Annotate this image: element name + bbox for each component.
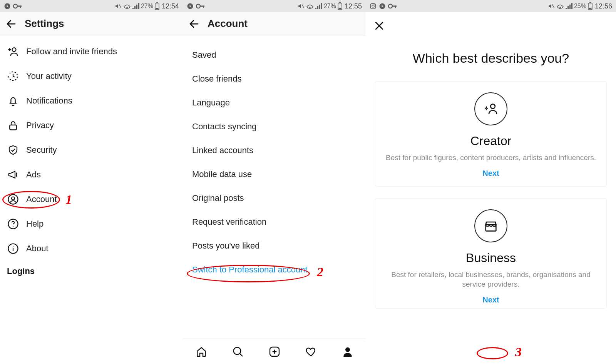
status-bar: 27% 12:55 xyxy=(183,0,366,12)
account-item-contacts-syncing[interactable]: Contacts syncing xyxy=(183,115,366,139)
item-label: Saved xyxy=(192,50,216,60)
instagram-icon xyxy=(370,3,377,10)
item-label: Switch to Professional account xyxy=(192,265,308,275)
account-item-language[interactable]: Language xyxy=(183,91,366,115)
play-circle-icon xyxy=(379,3,386,10)
battery-percent: 27% xyxy=(141,3,153,10)
battery-icon xyxy=(155,2,159,10)
svg-rect-9 xyxy=(138,3,139,9)
mute-icon xyxy=(298,3,305,10)
app-bar: Settings xyxy=(0,12,183,35)
svg-rect-29 xyxy=(319,5,320,9)
settings-item-your-activity[interactable]: Your activity xyxy=(0,64,183,88)
bell-icon xyxy=(7,95,19,107)
battery-icon xyxy=(588,2,593,10)
settings-list: Follow and invite friends Your activity … xyxy=(0,35,183,276)
battery-percent: 27% xyxy=(324,3,336,10)
item-label: Close friends xyxy=(192,74,241,84)
account-switch-professional[interactable]: Switch to Professional account xyxy=(183,258,366,282)
creator-icon xyxy=(474,92,507,125)
business-next-button[interactable]: Next xyxy=(383,296,599,304)
item-label: Account xyxy=(26,194,57,204)
svg-point-5 xyxy=(126,7,127,8)
wifi-icon xyxy=(123,3,131,9)
settings-item-privacy[interactable]: Privacy xyxy=(0,113,183,138)
svg-point-36 xyxy=(345,347,350,352)
settings-item-about[interactable]: About xyxy=(0,236,183,261)
settings-item-security[interactable]: Security xyxy=(0,138,183,162)
creator-title: Creator xyxy=(383,134,599,148)
mute-icon xyxy=(115,3,122,10)
account-item-original-posts[interactable]: Original posts xyxy=(183,186,366,210)
svg-point-20 xyxy=(13,246,13,247)
settings-item-follow-invite[interactable]: Follow and invite friends xyxy=(0,39,183,64)
creator-card[interactable]: Creator Best for public figures, content… xyxy=(375,81,607,187)
item-label: Contacts syncing xyxy=(192,122,257,132)
user-circle-icon xyxy=(7,194,19,205)
item-label: Original posts xyxy=(192,193,244,203)
settings-item-account[interactable]: Account xyxy=(0,187,183,212)
settings-item-help[interactable]: Help xyxy=(0,212,183,236)
svg-rect-33 xyxy=(338,8,341,9)
key-icon xyxy=(13,3,22,9)
svg-rect-24 xyxy=(203,6,204,8)
svg-rect-32 xyxy=(339,2,341,3)
megaphone-icon xyxy=(7,169,19,180)
svg-rect-3 xyxy=(20,6,21,8)
svg-rect-28 xyxy=(317,6,318,9)
status-bar: 27% 12:54 xyxy=(0,0,183,12)
nav-search-icon[interactable] xyxy=(232,346,244,358)
signal-icon xyxy=(315,3,322,9)
business-title: Business xyxy=(383,251,599,265)
clock-time: 12:55 xyxy=(345,2,362,10)
account-item-linked-accounts[interactable]: Linked accounts xyxy=(183,139,366,162)
nav-profile-icon[interactable] xyxy=(341,346,354,358)
battery-icon xyxy=(338,2,342,10)
nav-new-post-icon[interactable] xyxy=(268,346,281,358)
shield-icon xyxy=(7,144,19,156)
wifi-icon xyxy=(306,3,314,9)
account-item-close-friends[interactable]: Close friends xyxy=(183,67,366,91)
item-label: Help xyxy=(26,219,44,229)
back-arrow-icon[interactable] xyxy=(5,18,17,30)
svg-rect-47 xyxy=(567,6,569,9)
svg-rect-37 xyxy=(370,3,376,9)
svg-point-45 xyxy=(559,7,561,8)
account-item-request-verification[interactable]: Request verification xyxy=(183,210,366,234)
account-item-posts-liked[interactable]: Posts you've liked xyxy=(183,234,366,258)
nav-activity-icon[interactable] xyxy=(305,346,317,358)
svg-rect-48 xyxy=(569,5,571,9)
business-icon xyxy=(474,209,507,242)
creator-next-button[interactable]: Next xyxy=(383,169,599,178)
account-item-saved[interactable]: Saved xyxy=(183,43,366,67)
svg-line-44 xyxy=(552,5,554,8)
nav-home-icon[interactable] xyxy=(195,346,208,358)
account-item-mobile-data-use[interactable]: Mobile data use xyxy=(183,162,366,186)
svg-rect-14 xyxy=(10,125,17,130)
svg-point-41 xyxy=(388,4,392,8)
svg-point-15 xyxy=(8,195,18,204)
svg-point-18 xyxy=(13,226,13,227)
signal-icon xyxy=(566,3,572,9)
item-label: Posts you've liked xyxy=(192,241,259,251)
settings-item-ads[interactable]: Ads xyxy=(0,162,183,187)
bottom-nav xyxy=(183,339,366,364)
status-bar: 25% 12:56 xyxy=(366,0,616,12)
signal-icon xyxy=(132,3,139,9)
close-icon[interactable] xyxy=(373,20,385,32)
svg-rect-30 xyxy=(321,3,322,9)
svg-rect-12 xyxy=(156,8,158,9)
activity-clock-icon xyxy=(7,70,19,82)
app-bar: Account xyxy=(183,12,366,35)
screenshot-settings: 27% 12:54 Settings Follow and invite fri… xyxy=(0,0,183,364)
settings-item-notifications[interactable]: Notifications xyxy=(0,88,183,113)
business-card[interactable]: Business Best for retailers, local busin… xyxy=(375,198,607,309)
svg-point-13 xyxy=(12,48,16,52)
info-circle-icon xyxy=(7,243,19,254)
creator-desc: Best for public figures, content produce… xyxy=(383,153,599,163)
page-title: Account xyxy=(208,18,248,30)
page-title: Settings xyxy=(25,18,64,30)
svg-rect-27 xyxy=(315,8,316,9)
annotation-number-3: 3 xyxy=(515,345,522,359)
back-arrow-icon[interactable] xyxy=(188,18,200,30)
